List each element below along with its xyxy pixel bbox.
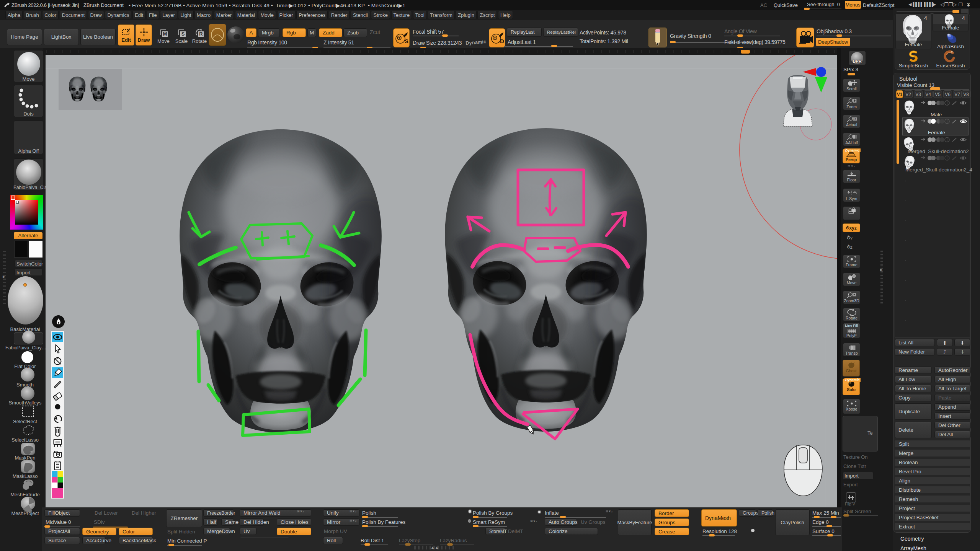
svg-text:R: R — [199, 31, 203, 37]
svg-text:D: D — [500, 38, 504, 44]
svg-text:S: S — [405, 38, 408, 44]
svg-text:M: M — [163, 31, 167, 37]
svg-text:S: S — [181, 31, 185, 37]
